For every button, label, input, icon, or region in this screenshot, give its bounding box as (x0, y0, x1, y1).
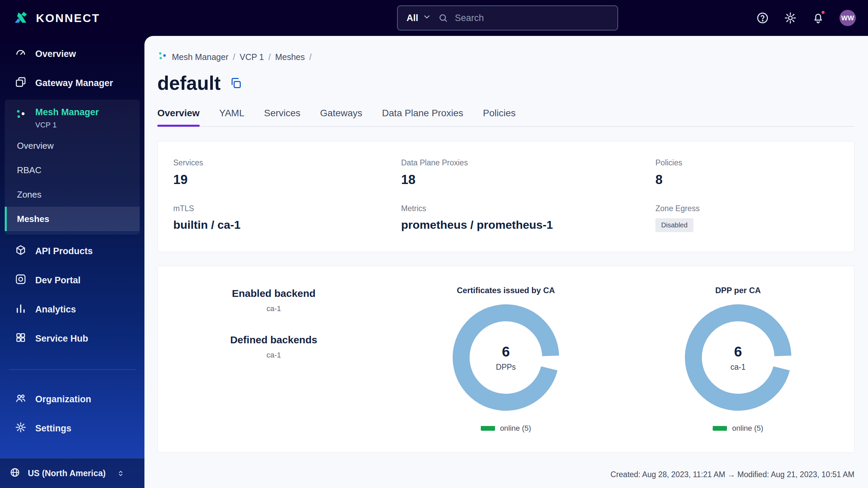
copy-icon[interactable] (230, 77, 242, 89)
stat-value: 18 (401, 172, 655, 187)
stat-mtls: mTLS builtin / ca-1 (173, 204, 401, 232)
stat-value: builtin / ca-1 (173, 218, 401, 231)
global-search[interactable]: All (397, 5, 618, 30)
legend-label: online (5) (500, 424, 531, 433)
sidebar: Overview Gateway Manager Mesh Manager VC… (0, 36, 144, 488)
stat-label: Policies (655, 158, 841, 167)
sidebar-item-mesh-meshes[interactable]: Meshes (5, 207, 140, 231)
user-avatar[interactable]: WW (840, 10, 856, 26)
page-title: default (157, 72, 221, 94)
gear-icon (15, 422, 26, 435)
sidebar-item-overview[interactable]: Overview (0, 39, 144, 68)
sidebar-item-mesh-overview[interactable]: Overview (5, 134, 140, 158)
sidebar-item-label: Meshes (17, 214, 49, 224)
sidebar-item-mesh-rbac[interactable]: RBAC (5, 158, 140, 182)
sidebar-item-mesh-manager[interactable]: Mesh Manager VCP 1 (5, 100, 140, 134)
donut-chart: 6 DPPs (452, 303, 560, 412)
breadcrumb-separator: / (309, 52, 312, 62)
legend-swatch (713, 426, 727, 431)
breadcrumb-meshes[interactable]: Meshes (275, 52, 305, 62)
sidebar-item-api-products[interactable]: API Products (0, 237, 144, 266)
tab-gateways[interactable]: Gateways (320, 108, 362, 126)
chart-title: DPP per CA (715, 286, 761, 295)
donut-chart: 6 ca-1 (684, 303, 792, 412)
kong-logo-icon (14, 9, 29, 26)
stat-label: Zone Egress (655, 204, 841, 213)
sidebar-item-organization[interactable]: Organization (0, 385, 144, 414)
sidebar-item-label: Settings (35, 423, 72, 434)
tab-data-plane-proxies[interactable]: Data Plane Proxies (382, 108, 463, 126)
brand-logo[interactable]: KONNECT (0, 9, 100, 26)
stat-metrics: Metrics prometheus / prometheus-1 (401, 204, 655, 232)
stat-policies: Policies 8 (655, 158, 841, 187)
app-root: KONNECT All W (0, 0, 868, 488)
layers-icon (15, 76, 26, 90)
search-icon (438, 13, 448, 23)
mesh-manager-instance: VCP 1 (35, 121, 99, 129)
legend-swatch (481, 426, 495, 431)
certificates-chart: Certificates issued by CA 6 DPPs online … (390, 266, 622, 452)
enabled-backend-value: ca-1 (158, 304, 390, 313)
stat-data-plane-proxies: Data Plane Proxies 18 (401, 158, 655, 187)
region-label: US (North America) (28, 468, 106, 478)
tab-services[interactable]: Services (264, 108, 300, 126)
sidebar-item-dev-portal[interactable]: Dev Portal (0, 266, 144, 295)
search-scope-select[interactable]: All (407, 13, 431, 24)
mesh-breadcrumb-icon (157, 51, 167, 63)
sidebar-item-analytics[interactable]: Analytics (0, 295, 144, 324)
tab-yaml[interactable]: YAML (219, 108, 244, 126)
stat-services: Services 19 (173, 158, 401, 187)
donut-label: DPPs (496, 363, 516, 372)
chevron-down-icon (422, 13, 431, 24)
stat-zone-egress: Zone Egress Disabled (655, 204, 841, 232)
status-badge: Disabled (655, 218, 693, 232)
donut-center: 6 ca-1 (684, 303, 792, 412)
sidebar-item-service-hub[interactable]: Service Hub (0, 324, 144, 353)
sidebar-item-label: Service Hub (35, 333, 88, 344)
stat-value: prometheus / prometheus-1 (401, 218, 655, 231)
mesh-insights-card: Enabled backend ca-1 Defined backends ca… (157, 266, 854, 453)
dpp-per-ca-chart: DPP per CA 6 ca-1 online (5) (622, 266, 854, 452)
sidebar-item-settings[interactable]: Settings (0, 414, 144, 443)
sidebar-item-gateway-manager[interactable]: Gateway Manager (0, 68, 144, 98)
breadcrumb-separator: / (269, 52, 271, 62)
search-input[interactable] (455, 13, 609, 23)
mesh-manager-label: Mesh Manager (35, 107, 99, 118)
chart-legend: online (5) (481, 424, 531, 433)
breadcrumb-separator: / (233, 52, 235, 62)
mesh-dots-icon (15, 107, 26, 121)
sidebar-nav: Overview Gateway Manager Mesh Manager VC… (0, 36, 144, 443)
header-actions: WW (756, 0, 856, 36)
grid-icon (15, 332, 26, 346)
tab-overview[interactable]: Overview (157, 108, 200, 126)
aperture-icon (15, 273, 26, 287)
bar-chart-icon (15, 303, 26, 317)
stat-label: mTLS (173, 204, 401, 213)
overview-stats-card: Services 19 Data Plane Proxies 18 Polici… (157, 141, 854, 252)
tab-policies[interactable]: Policies (483, 108, 515, 126)
tab-bar: Overview YAML Services Gateways Data Pla… (157, 108, 854, 127)
backends-column: Enabled backend ca-1 Defined backends ca… (158, 266, 390, 452)
people-icon (15, 392, 26, 406)
settings-gear-button[interactable] (784, 12, 797, 24)
enabled-backend-label: Enabled backend (158, 288, 390, 299)
legend-label: online (5) (732, 424, 763, 433)
sidebar-item-label: Overview (35, 49, 76, 59)
defined-backends-value: ca-1 (158, 351, 390, 360)
sidebar-mesh-manager-group: Mesh Manager VCP 1 Overview RBAC Zones M… (5, 100, 140, 235)
breadcrumb-vcp[interactable]: VCP 1 (240, 52, 264, 62)
region-selector[interactable]: US (North America) (0, 458, 144, 488)
sidebar-item-mesh-zones[interactable]: Zones (5, 182, 140, 207)
sidebar-item-label: Analytics (35, 304, 76, 315)
sidebar-divider (9, 369, 136, 370)
sidebar-item-label: RBAC (17, 165, 41, 176)
help-button[interactable] (756, 12, 769, 24)
search-scope-label: All (407, 13, 418, 23)
donut-label: ca-1 (730, 363, 746, 372)
app-header: KONNECT All W (0, 0, 868, 36)
sidebar-item-label: Organization (35, 394, 91, 405)
donut-value: 6 (502, 344, 510, 360)
defined-backends-label: Defined backends (158, 334, 390, 346)
notifications-button[interactable] (812, 12, 825, 24)
breadcrumb-mesh-manager[interactable]: Mesh Manager (172, 52, 229, 62)
